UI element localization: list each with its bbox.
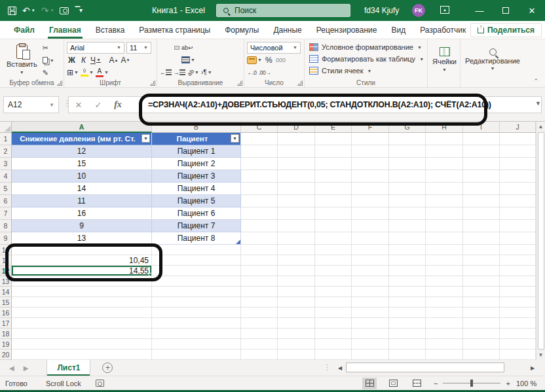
cell-D2[interactable] bbox=[278, 145, 315, 158]
name-box[interactable]: A12 ▼ bbox=[3, 96, 59, 113]
cell-C7[interactable] bbox=[241, 207, 278, 220]
cell-G11[interactable] bbox=[389, 255, 426, 266]
cell-A7[interactable]: 16 bbox=[12, 207, 152, 220]
cell-D15[interactable] bbox=[278, 297, 315, 308]
minimize-button[interactable]: — bbox=[466, 0, 493, 21]
cell-H3[interactable] bbox=[426, 158, 463, 170]
cell-E20[interactable] bbox=[315, 349, 352, 360]
cell-J2[interactable] bbox=[500, 145, 536, 158]
cell-J9[interactable] bbox=[500, 232, 536, 245]
zoom-slider-thumb[interactable] bbox=[470, 380, 473, 387]
cell-A8[interactable]: 9 bbox=[12, 220, 152, 232]
cell-D12[interactable] bbox=[278, 266, 315, 276]
font-color-button[interactable]: А▼ bbox=[96, 67, 109, 78]
cell-C9[interactable] bbox=[241, 232, 278, 245]
cell-I20[interactable] bbox=[463, 349, 500, 360]
cell-J16[interactable] bbox=[500, 308, 536, 318]
column-header-J[interactable]: J bbox=[500, 122, 536, 133]
cell-I10[interactable] bbox=[463, 245, 500, 255]
cell-I11[interactable] bbox=[463, 255, 500, 266]
column-header-G[interactable]: G bbox=[389, 122, 426, 133]
orientation-button[interactable]: ab▼ bbox=[187, 67, 199, 78]
cell-E5[interactable] bbox=[315, 183, 352, 195]
cell-I16[interactable] bbox=[463, 308, 500, 318]
cell-F9[interactable] bbox=[352, 232, 389, 245]
cell-D20[interactable] bbox=[278, 349, 315, 360]
screenshot-button[interactable] bbox=[60, 7, 69, 14]
tab-Формулы[interactable]: Формулы bbox=[217, 21, 266, 39]
cell-I14[interactable] bbox=[463, 287, 500, 297]
cell-J1[interactable] bbox=[500, 133, 536, 145]
vertical-scrollbar[interactable]: ▲ ▼ bbox=[536, 122, 545, 360]
cell-D5[interactable] bbox=[278, 183, 315, 195]
cell-H8[interactable] bbox=[426, 220, 463, 232]
cell-A20[interactable] bbox=[12, 349, 152, 360]
cell-D16[interactable] bbox=[278, 308, 315, 318]
cancel-entry-button[interactable]: ✕ bbox=[69, 100, 88, 110]
cell-E12[interactable] bbox=[315, 266, 352, 276]
cell-B7[interactable]: Пациент 6 bbox=[152, 207, 241, 220]
cell-A2[interactable]: 12 bbox=[12, 145, 152, 158]
cell-H19[interactable] bbox=[426, 339, 463, 349]
cell-B16[interactable] bbox=[152, 308, 241, 318]
row-header-14[interactable]: 14 bbox=[0, 287, 12, 297]
format-painter-button[interactable]: ✎ bbox=[41, 67, 56, 78]
maximize-button[interactable] bbox=[493, 0, 519, 21]
cell-D13[interactable] bbox=[278, 276, 315, 287]
zoom-out-button[interactable]: − bbox=[434, 380, 438, 387]
cell-C5[interactable] bbox=[241, 183, 278, 195]
row-header-4[interactable]: 4 bbox=[0, 170, 12, 183]
cell-F13[interactable] bbox=[352, 276, 389, 287]
cell-C10[interactable] bbox=[241, 245, 278, 255]
cell-B19[interactable] bbox=[152, 339, 241, 349]
cell-D7[interactable] bbox=[278, 207, 315, 220]
filter-button-A1[interactable]: ▼ bbox=[141, 134, 150, 143]
cell-F2[interactable] bbox=[352, 145, 389, 158]
page-layout-view-button[interactable] bbox=[386, 378, 400, 389]
cell-G18[interactable] bbox=[389, 329, 426, 339]
fill-color-button[interactable]: ◊▼ bbox=[81, 67, 94, 78]
macro-record-icon[interactable] bbox=[96, 380, 104, 387]
cell-E3[interactable] bbox=[315, 158, 352, 170]
cell-G6[interactable] bbox=[389, 195, 426, 207]
row-header-16[interactable]: 16 bbox=[0, 308, 12, 318]
share-button[interactable]: Поделиться bbox=[470, 23, 542, 37]
italic-button[interactable]: К bbox=[79, 55, 88, 65]
cell-J3[interactable] bbox=[500, 158, 536, 170]
cell-G20[interactable] bbox=[389, 349, 426, 360]
row-header-12[interactable]: 12 bbox=[0, 266, 12, 276]
zoom-level[interactable]: 100 % bbox=[516, 380, 536, 387]
cell-B15[interactable] bbox=[152, 297, 241, 308]
column-header-C[interactable]: C bbox=[241, 122, 278, 133]
cell-H15[interactable] bbox=[426, 297, 463, 308]
next-sheet-icon[interactable]: ▶ bbox=[24, 365, 29, 372]
font-size-combo[interactable]: 11▼ bbox=[126, 42, 151, 54]
row-header-18[interactable]: 18 bbox=[0, 329, 12, 339]
cell-J4[interactable] bbox=[500, 170, 536, 183]
cell-F6[interactable] bbox=[352, 195, 389, 207]
cell-J7[interactable] bbox=[500, 207, 536, 220]
cell-F17[interactable] bbox=[352, 318, 389, 329]
cell-A5[interactable]: 14 bbox=[12, 183, 152, 195]
row-header-3[interactable]: 3 bbox=[0, 158, 12, 170]
search-box[interactable]: Поиск bbox=[216, 4, 350, 17]
cell-C11[interactable] bbox=[241, 255, 278, 266]
cell-H1[interactable] bbox=[426, 133, 463, 145]
tab-Вставка[interactable]: Вставка bbox=[88, 21, 132, 39]
cell-F3[interactable] bbox=[352, 158, 389, 170]
cell-E10[interactable] bbox=[315, 245, 352, 255]
cell-G9[interactable] bbox=[389, 232, 426, 245]
cell-D14[interactable] bbox=[278, 287, 315, 297]
page-break-view-button[interactable] bbox=[409, 378, 424, 389]
scroll-up-icon[interactable]: ▲ bbox=[536, 122, 545, 132]
cell-F7[interactable] bbox=[352, 207, 389, 220]
align-top-button[interactable] bbox=[160, 46, 165, 50]
scroll-down-icon[interactable]: ▼ bbox=[536, 350, 545, 360]
cell-E1[interactable] bbox=[315, 133, 352, 145]
tab-Вид[interactable]: Вид bbox=[384, 21, 413, 39]
cell-A13[interactable] bbox=[12, 276, 152, 287]
cell-G17[interactable] bbox=[389, 318, 426, 329]
prev-sheet-icon[interactable]: ◀ bbox=[9, 365, 14, 372]
cell-A1[interactable]: Снижение давления (мм рт. Ст.▼ bbox=[12, 133, 152, 145]
cell-G16[interactable] bbox=[389, 308, 426, 318]
